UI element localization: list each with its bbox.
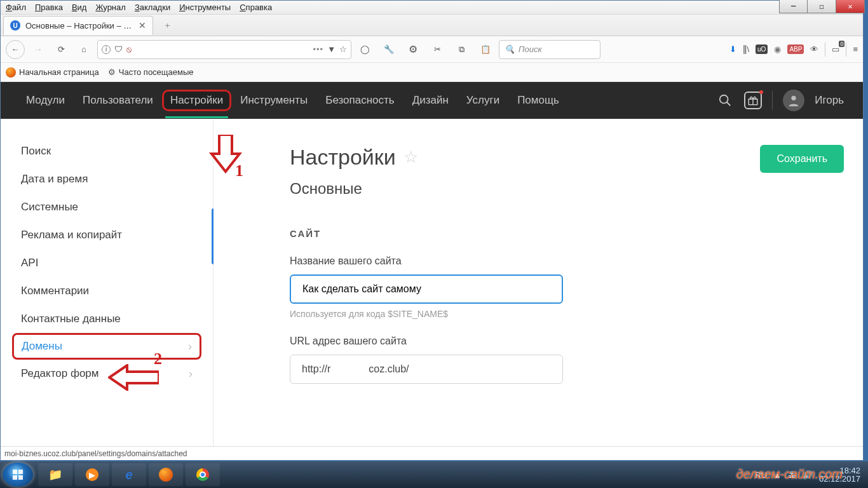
ucoz-gift-icon[interactable] [744,92,762,109]
gear-icon: ⚙ [108,67,116,77]
sidebar-item-системные[interactable]: Системные [1,193,213,221]
ublock-icon[interactable]: uO [756,44,768,54]
sidebar-toggle-icon[interactable]: ▭0 [832,44,839,54]
toolbar-separator [846,43,846,57]
bookmark-home[interactable]: Начальная страница [6,67,99,78]
status-text: moi-biznes.ucoz.club/panel/settings/doma… [4,449,187,458]
save-button[interactable]: Сохранить [760,145,844,173]
firefox-icon [6,67,16,78]
hamburger-menu-icon[interactable]: ≡ [853,44,858,54]
new-tab-button[interactable]: ＋ [158,18,176,33]
nav-toolbar: ← → ⟳ ⌂ i 🛡 ⦸ ••• ▼ ☆ ◯ 🔧 ⚙ ✂ ⧉ 📋 🔍 Поис… [1,36,863,63]
ucoz-nav-настройки[interactable]: Настройки [162,90,231,111]
copy-icon[interactable]: ⧉ [452,40,471,59]
info-icon[interactable]: i [102,45,111,54]
toolbar-separator [825,43,825,57]
start-button[interactable] [3,463,33,487]
ucoz-nav-дизайн[interactable]: Дизайн [403,82,458,119]
annotation-number-2: 2 [154,349,162,369]
ucoz-nav-услуги[interactable]: Услуги [458,82,508,119]
content-area: ПоискДата и времяСистемныеРеклама и копи… [1,119,863,446]
tracking-off-icon[interactable]: ⦸ [126,44,132,55]
search-box[interactable]: 🔍 Поиск [499,40,600,59]
sidebar-item-дата-и-время[interactable]: Дата и время [1,165,213,193]
site-url-display: http://r coz.club/ [290,355,563,384]
ucoz-nav-separator [772,91,773,110]
tab-strip: U Основные – Настройки – moi… ✕ ＋ [1,15,863,36]
ucoz-nav-помощь[interactable]: Помощь [508,82,568,119]
sidebar-item-контактные-данные[interactable]: Контактные данные [1,305,213,333]
bookmark-label: Начальная страница [19,67,99,77]
sidebar-item-реклама-и-копирайт[interactable]: Реклама и копирайт [1,221,213,249]
search-placeholder: Поиск [519,44,542,54]
avatar-icon[interactable] [783,90,804,111]
minimize-button[interactable]: ─ [779,0,808,13]
taskbar-firefox[interactable] [149,463,183,486]
bookmark-most-visited[interactable]: ⚙ Часто посещаемые [108,67,194,77]
taskbar-chrome[interactable] [186,463,220,486]
sidebar-item-домены[interactable]: Домены› [12,333,201,360]
svg-point-0 [720,95,728,104]
power-icon[interactable]: ◯ [355,40,374,59]
star-icon[interactable]: ☆ [339,44,347,54]
main-scroll[interactable]: Сохранить Настройки ☆ Основные САЙТ Назв… [214,119,863,446]
menu-bookmarks[interactable]: Закладки [135,3,170,12]
sidebar-item-поиск[interactable]: Поиск [1,137,213,165]
taskbar-explorer[interactable]: 📁 [38,463,72,486]
ucoz-nav-безопасность[interactable]: Безопасность [316,82,403,119]
annotation-number-1: 1 [235,161,243,180]
username-label[interactable]: Игорь [815,94,844,107]
downloads-icon[interactable]: ⬇ [729,44,736,54]
taskbar-mediaplayer[interactable]: ▶ [75,463,109,486]
pocket-icon[interactable]: ▼ [327,44,336,54]
bolt-icon[interactable]: ⚙ [403,40,423,59]
ucoz-nav-right: Игорь [716,82,844,119]
wrench-icon[interactable]: 🔧 [379,40,398,59]
forward-button[interactable]: → [29,40,48,59]
sidebar-item-api[interactable]: API [1,249,213,277]
close-button[interactable]: ✕ [836,0,865,13]
status-bar: moi-biznes.ucoz.club/panel/settings/doma… [1,446,863,460]
privacy-shield-icon[interactable]: ◉ [774,44,781,54]
menu-history[interactable]: Журнал [95,3,125,12]
browser-tab[interactable]: U Основные – Настройки – moi… ✕ [3,16,153,35]
site-name-input[interactable] [290,274,563,304]
site-url-domain: coz.club/ [369,363,409,375]
paste-icon[interactable]: 📋 [476,40,495,59]
sidebar-item-label: Поиск [21,145,51,158]
reload-button[interactable]: ⟳ [51,40,71,59]
url-bar[interactable]: i 🛡 ⦸ ••• ▼ ☆ [97,40,351,59]
chevron-right-icon: › [188,340,192,353]
bookmark-label: Часто посещаемые [119,67,194,77]
menu-view[interactable]: Вид [72,3,87,12]
maximize-button[interactable]: ☐ [808,0,836,13]
tab-close-icon[interactable]: ✕ [139,20,146,30]
notification-dot-icon [759,90,763,94]
scissors-icon[interactable]: ✂ [428,40,447,59]
sidebar-item-редактор-форм[interactable]: Редактор форм› [1,360,213,388]
ucoz-nav-модули[interactable]: Модули [17,82,74,119]
shield-block-icon[interactable]: 🛡 [114,44,123,54]
bookmarks-toolbar: Начальная страница ⚙ Часто посещаемые [1,63,863,82]
back-button[interactable]: ← [6,40,25,59]
site-name-field[interactable] [302,283,550,295]
sidebar-item-комментарии[interactable]: Комментарии [1,277,213,305]
site-url-scheme: http://r [302,363,330,375]
ucoz-nav-пользователи[interactable]: Пользователи [74,82,162,119]
settings-sidebar: ПоискДата и времяСистемныеРеклама и копи… [1,119,214,446]
adblock-icon[interactable]: ABP [787,44,804,54]
sidebar-item-label: Редактор форм [21,367,99,380]
taskbar-ie[interactable]: e [112,463,146,486]
site-url-label: URL адрес вашего сайта [290,336,850,347]
menu-tools[interactable]: Инструменты [179,3,231,12]
menu-edit[interactable]: Правка [35,3,63,12]
library-icon[interactable]: ǁ\ [743,44,749,54]
menu-file[interactable]: Файл [6,3,26,12]
menu-help[interactable]: Справка [240,3,272,12]
chevron-right-icon: › [189,367,193,381]
favorite-star-icon[interactable]: ☆ [403,147,418,167]
ucoz-nav-инструменты[interactable]: Инструменты [231,82,316,119]
home-button[interactable]: ⌂ [74,40,93,59]
addon-icon[interactable]: 👁 [810,44,818,54]
ucoz-search-icon[interactable] [716,92,734,109]
